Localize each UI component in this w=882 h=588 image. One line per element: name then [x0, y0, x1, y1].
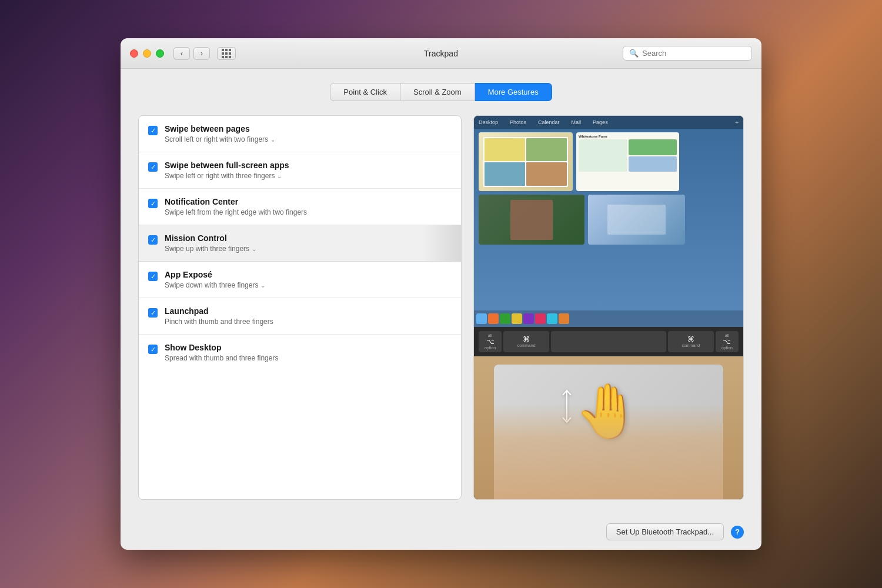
- checkbox-mission-control[interactable]: ✓: [148, 235, 158, 245]
- close-button[interactable]: [130, 49, 138, 58]
- traffic-lights: [130, 49, 164, 58]
- mc-photos-label: Photos: [510, 119, 526, 125]
- hand-simulation: [494, 403, 723, 499]
- bottom-bar: Set Up Bluetooth Trackpad... ?: [121, 514, 761, 550]
- setting-text-launchpad: Launchpad Pinch with thumb and three fin…: [165, 306, 452, 326]
- setting-title-notification-center: Notification Center: [165, 197, 452, 206]
- chevron-swipe-pages[interactable]: ⌄: [270, 136, 275, 143]
- checkmark-launchpad: ✓: [151, 310, 156, 316]
- tab-more-gestures[interactable]: More Gestures: [475, 83, 552, 101]
- back-button[interactable]: ‹: [173, 47, 190, 60]
- preview-content: Desktop Photos Calendar Mail Pages +: [474, 116, 743, 499]
- setting-text-notification-center: Notification Center Swipe left from the …: [165, 197, 452, 216]
- mc-window-2: Whitestone Farm: [576, 132, 679, 191]
- setting-desc-swipe-fullscreen: Swipe left or right with three fingers ⌄: [165, 172, 452, 180]
- tab-bar: Point & Click Scroll & Zoom More Gesture…: [138, 83, 744, 101]
- dock-icon-4: [512, 313, 522, 324]
- checkmark-swipe-pages: ✓: [151, 128, 156, 134]
- mc-window-1-content: [479, 132, 573, 191]
- checkmark-app-expose: ✓: [151, 273, 156, 280]
- checkbox-launchpad[interactable]: ✓: [148, 308, 158, 318]
- chevron-app-expose[interactable]: ⌄: [260, 282, 265, 289]
- setting-app-expose: ✓ App Exposé Swipe down with three finge…: [139, 262, 461, 298]
- mc-windows: Whitestone Farm: [474, 129, 743, 248]
- setting-desc-show-desktop: Spread with thumb and three fingers: [165, 354, 452, 362]
- dock-icon-3: [500, 313, 510, 324]
- minimize-button[interactable]: [143, 49, 151, 58]
- grid-view-button[interactable]: [217, 47, 236, 60]
- setting-title-launchpad: Launchpad: [165, 306, 452, 316]
- key-command-right: ⌘ command: [668, 331, 714, 352]
- search-box[interactable]: 🔍: [623, 46, 752, 61]
- key-option-right: alt ⌥ option: [716, 331, 739, 352]
- setting-title-show-desktop: Show Desktop: [165, 343, 452, 352]
- setting-text-mission-control: Mission Control Swipe up with three fing…: [165, 233, 452, 253]
- setting-text-show-desktop: Show Desktop Spread with thumb and three…: [165, 343, 452, 362]
- setup-bluetooth-button[interactable]: Set Up Bluetooth Trackpad...: [606, 523, 724, 540]
- checkmark-notification-center: ✓: [151, 201, 156, 207]
- checkbox-show-desktop[interactable]: ✓: [148, 345, 158, 354]
- settings-list: ✓ Swipe between pages Scroll left or rig…: [138, 115, 462, 500]
- setting-desc-swipe-pages: Scroll left or right with two fingers ⌄: [165, 135, 452, 143]
- titlebar: ‹ › Trackpad 🔍: [121, 38, 761, 69]
- setting-show-desktop: ✓ Show Desktop Spread with thumb and thr…: [139, 335, 461, 370]
- setting-title-mission-control: Mission Control: [165, 233, 452, 243]
- mc-window-4: [588, 195, 685, 245]
- setting-launchpad: ✓ Launchpad Pinch with thumb and three f…: [139, 298, 461, 335]
- setting-desc-app-expose: Swipe down with three fingers ⌄: [165, 281, 452, 289]
- checkbox-app-expose[interactable]: ✓: [148, 272, 158, 281]
- setting-text-app-expose: App Exposé Swipe down with three fingers…: [165, 270, 452, 289]
- key-command-left: ⌘ command: [503, 331, 549, 352]
- dock-icon-2: [488, 313, 499, 324]
- dock-icon-1: [476, 313, 487, 324]
- mc-topbar: Desktop Photos Calendar Mail Pages +: [474, 116, 743, 129]
- dock-icon-8: [559, 313, 569, 324]
- setting-desc-notification-center: Swipe left from the right edge with two …: [165, 208, 452, 216]
- mc-mail-label: Mail: [572, 119, 582, 125]
- preferences-window: ‹ › Trackpad 🔍 Point & Click Scroll & Zo…: [121, 38, 761, 550]
- chevron-swipe-fullscreen[interactable]: ⌄: [277, 173, 282, 179]
- key-option-left: alt ⌥ option: [479, 331, 502, 352]
- tab-scroll-zoom[interactable]: Scroll & Zoom: [400, 83, 475, 101]
- mc-window-2-content: Whitestone Farm: [576, 132, 679, 191]
- main-panel: ✓ Swipe between pages Scroll left or rig…: [138, 115, 744, 500]
- checkbox-swipe-fullscreen[interactable]: ✓: [148, 162, 158, 172]
- grid-icon: [222, 49, 231, 58]
- mc-window-1: [479, 132, 573, 191]
- setting-title-swipe-pages: Swipe between pages: [165, 124, 452, 133]
- mission-control-preview: Desktop Photos Calendar Mail Pages +: [474, 116, 743, 327]
- setting-swipe-fullscreen: ✓ Swipe between full-screen apps Swipe l…: [139, 152, 461, 189]
- help-button[interactable]: ?: [731, 526, 744, 539]
- mc-desktop-label: Desktop: [479, 119, 498, 125]
- search-icon: 🔍: [629, 49, 639, 58]
- maximize-button[interactable]: [156, 49, 164, 58]
- mc-calendar-label: Calendar: [538, 119, 560, 125]
- dock-icon-5: [523, 313, 534, 324]
- checkmark-mission-control: ✓: [151, 237, 156, 243]
- window-title: Trackpad: [424, 49, 458, 58]
- mc-window-3-content: [479, 195, 584, 245]
- mc-pages-label: Pages: [593, 119, 608, 125]
- checkmark-show-desktop: ✓: [151, 346, 156, 353]
- mc-dock: [474, 310, 743, 327]
- dock-icon-6: [535, 313, 546, 324]
- setting-desc-mission-control: Swipe up with three fingers ⌄: [165, 245, 452, 253]
- mc-window-4-content: [588, 195, 685, 245]
- mc-add-btn[interactable]: +: [735, 119, 739, 126]
- forward-button[interactable]: ›: [193, 47, 210, 60]
- trackpad-surface: 🤚: [494, 365, 723, 499]
- key-space: [551, 331, 666, 352]
- keyboard-preview: alt ⌥ option ⌘ command ⌘ command: [474, 327, 743, 356]
- checkbox-swipe-pages[interactable]: ✓: [148, 126, 158, 135]
- checkbox-notification-center[interactable]: ✓: [148, 199, 158, 208]
- search-input[interactable]: [642, 49, 746, 58]
- preview-area: Desktop Photos Calendar Mail Pages +: [473, 115, 744, 500]
- content-area: Point & Click Scroll & Zoom More Gesture…: [121, 69, 761, 514]
- setting-text-swipe-pages: Swipe between pages Scroll left or right…: [165, 124, 452, 143]
- setting-text-swipe-fullscreen: Swipe between full-screen apps Swipe lef…: [165, 161, 452, 180]
- mc-window-3: [479, 195, 584, 245]
- setting-mission-control: ✓ Mission Control Swipe up with three fi…: [139, 225, 461, 262]
- nav-buttons: ‹ ›: [173, 47, 210, 60]
- chevron-mission-control[interactable]: ⌄: [252, 246, 256, 252]
- tab-point-click[interactable]: Point & Click: [330, 83, 400, 101]
